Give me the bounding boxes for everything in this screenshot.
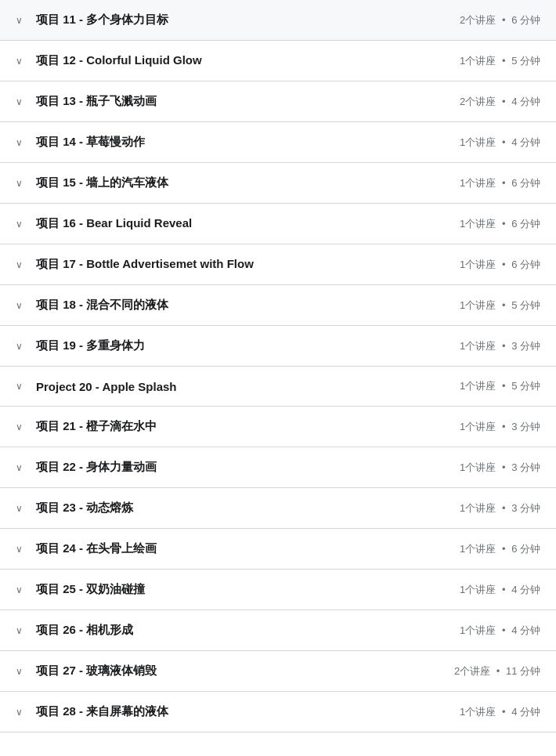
separator: •	[502, 380, 506, 392]
course-title: 项目 23 - 动态熔炼	[36, 501, 133, 515]
chevron-icon: ∨	[16, 707, 28, 718]
course-item-17[interactable]: ∨ 项目 17 - Bottle Advertisemet with Flow …	[0, 244, 556, 285]
separator: •	[502, 502, 506, 514]
chevron-icon: ∨	[16, 421, 28, 432]
chevron-icon: ∨	[16, 544, 28, 555]
course-item-26[interactable]: ∨ 项目 26 - 相机形成 1个讲座 • 4 分钟	[0, 610, 556, 651]
course-meta: 1个讲座 • 4 分钟	[460, 705, 540, 719]
lecture-count: 1个讲座	[460, 421, 496, 432]
separator: •	[502, 136, 506, 148]
chevron-icon: ∨	[16, 259, 28, 270]
chevron-icon: ∨	[16, 341, 28, 352]
course-meta: 1个讲座 • 6 分钟	[460, 258, 540, 272]
course-title: 项目 25 - 双奶油碰撞	[36, 582, 145, 597]
course-left-15: ∨ 项目 15 - 墙上的汽车液体	[16, 175, 460, 190]
separator: •	[502, 259, 506, 270]
course-title: 项目 16 - Bear Liquid Reveal	[36, 216, 192, 231]
course-left-13: ∨ 项目 13 - 瓶子飞溅动画	[16, 94, 460, 109]
course-meta: 2个讲座 • 4 分钟	[460, 95, 540, 109]
course-meta: 1个讲座 • 5 分钟	[460, 379, 540, 393]
duration: 6 分钟	[511, 259, 540, 270]
course-meta: 1个讲座 • 3 分钟	[460, 339, 540, 353]
duration: 6 分钟	[511, 177, 540, 189]
chevron-icon: ∨	[16, 96, 28, 107]
separator: •	[502, 96, 506, 107]
course-item-27[interactable]: ∨ 项目 27 - 玻璃液体销毁 2个讲座 • 11 分钟	[0, 651, 556, 692]
course-item-19[interactable]: ∨ 项目 19 - 多重身体力 1个讲座 • 3 分钟	[0, 326, 556, 367]
course-title: 项目 22 - 身体力量动画	[36, 460, 157, 475]
course-meta: 1个讲座 • 4 分钟	[460, 624, 540, 638]
duration: 4 分钟	[511, 96, 540, 107]
chevron-icon: ∨	[16, 15, 28, 26]
course-title: 项目 15 - 墙上的汽车液体	[36, 175, 168, 190]
lecture-count: 1个讲座	[460, 340, 496, 352]
duration: 11 分钟	[506, 665, 540, 677]
chevron-icon: ∨	[16, 300, 28, 311]
course-title: 项目 17 - Bottle Advertisemet with Flow	[36, 257, 254, 272]
course-title: 项目 14 - 草莓慢动作	[36, 135, 145, 150]
duration: 5 分钟	[511, 380, 540, 392]
course-meta: 1个讲座 • 4 分钟	[460, 136, 540, 150]
lecture-count: 1个讲座	[460, 380, 496, 392]
separator: •	[502, 14, 506, 26]
course-left-22: ∨ 项目 22 - 身体力量动画	[16, 460, 460, 475]
lecture-count: 2个讲座	[454, 665, 490, 677]
course-item-24[interactable]: ∨ 项目 24 - 在头骨上绘画 1个讲座 • 6 分钟	[0, 529, 556, 570]
chevron-icon: ∨	[16, 56, 28, 67]
course-meta: 1个讲座 • 3 分钟	[460, 501, 540, 515]
course-left-23: ∨ 项目 23 - 动态熔炼	[16, 501, 460, 515]
course-item-28[interactable]: ∨ 项目 28 - 来自屏幕的液体 1个讲座 • 4 分钟	[0, 692, 556, 732]
course-left-20: ∨ Project 20 - Apple Splash	[16, 380, 460, 393]
separator: •	[502, 299, 506, 311]
lecture-count: 1个讲座	[460, 584, 496, 595]
course-title: Project 20 - Apple Splash	[36, 380, 177, 393]
course-left-12: ∨ 项目 12 - Colorful Liquid Glow	[16, 53, 460, 68]
course-meta: 1个讲座 • 5 分钟	[460, 298, 540, 313]
lecture-count: 2个讲座	[460, 14, 496, 26]
lecture-count: 2个讲座	[460, 96, 496, 107]
chevron-icon: ∨	[16, 137, 28, 148]
separator: •	[502, 461, 506, 473]
separator: •	[502, 624, 506, 636]
duration: 5 分钟	[511, 299, 540, 311]
course-item-12[interactable]: ∨ 项目 12 - Colorful Liquid Glow 1个讲座 • 5 …	[0, 41, 556, 81]
course-item-11[interactable]: ∨ 项目 11 - 多个身体力目标 2个讲座 • 6 分钟	[0, 0, 556, 41]
course-item-16[interactable]: ∨ 项目 16 - Bear Liquid Reveal 1个讲座 • 6 分钟	[0, 204, 556, 244]
chevron-icon: ∨	[16, 666, 28, 677]
lecture-count: 1个讲座	[460, 55, 496, 67]
course-title: 项目 11 - 多个身体力目标	[36, 13, 168, 27]
course-title: 项目 26 - 相机形成	[36, 623, 133, 638]
course-meta: 1个讲座 • 4 分钟	[460, 583, 540, 597]
course-item-25[interactable]: ∨ 项目 25 - 双奶油碰撞 1个讲座 • 4 分钟	[0, 570, 556, 610]
course-item-15[interactable]: ∨ 项目 15 - 墙上的汽车液体 1个讲座 • 6 分钟	[0, 163, 556, 204]
separator: •	[502, 706, 506, 718]
lecture-count: 1个讲座	[460, 502, 496, 514]
duration: 4 分钟	[511, 584, 540, 595]
lecture-count: 1个讲座	[460, 177, 496, 189]
chevron-icon: ∨	[16, 625, 28, 636]
course-item-13[interactable]: ∨ 项目 13 - 瓶子飞溅动画 2个讲座 • 4 分钟	[0, 81, 556, 122]
separator: •	[502, 421, 506, 432]
course-item-20[interactable]: ∨ Project 20 - Apple Splash 1个讲座 • 5 分钟	[0, 367, 556, 407]
course-item-23[interactable]: ∨ 项目 23 - 动态熔炼 1个讲座 • 3 分钟	[0, 488, 556, 529]
duration: 3 分钟	[511, 461, 540, 473]
lecture-count: 1个讲座	[460, 299, 496, 311]
duration: 6 分钟	[511, 14, 540, 26]
course-item-21[interactable]: ∨ 项目 21 - 橙子滴在水中 1个讲座 • 3 分钟	[0, 407, 556, 447]
course-left-14: ∨ 项目 14 - 草莓慢动作	[16, 135, 460, 150]
separator: •	[502, 543, 506, 555]
course-item-14[interactable]: ∨ 项目 14 - 草莓慢动作 1个讲座 • 4 分钟	[0, 122, 556, 163]
course-left-19: ∨ 项目 19 - 多重身体力	[16, 338, 460, 353]
separator: •	[496, 665, 500, 677]
separator: •	[502, 340, 506, 352]
course-left-16: ∨ 项目 16 - Bear Liquid Reveal	[16, 216, 460, 231]
course-meta: 2个讲座 • 11 分钟	[454, 664, 540, 678]
course-meta: 2个讲座 • 6 分钟	[460, 13, 540, 27]
duration: 4 分钟	[511, 136, 540, 148]
course-left-11: ∨ 项目 11 - 多个身体力目标	[16, 13, 460, 27]
course-title: 项目 18 - 混合不同的液体	[36, 298, 168, 313]
course-item-22[interactable]: ∨ 项目 22 - 身体力量动画 1个讲座 • 3 分钟	[0, 447, 556, 488]
course-meta: 1个讲座 • 5 分钟	[460, 54, 540, 68]
course-title: 项目 27 - 玻璃液体销毁	[36, 664, 157, 678]
course-item-18[interactable]: ∨ 项目 18 - 混合不同的液体 1个讲座 • 5 分钟	[0, 285, 556, 326]
